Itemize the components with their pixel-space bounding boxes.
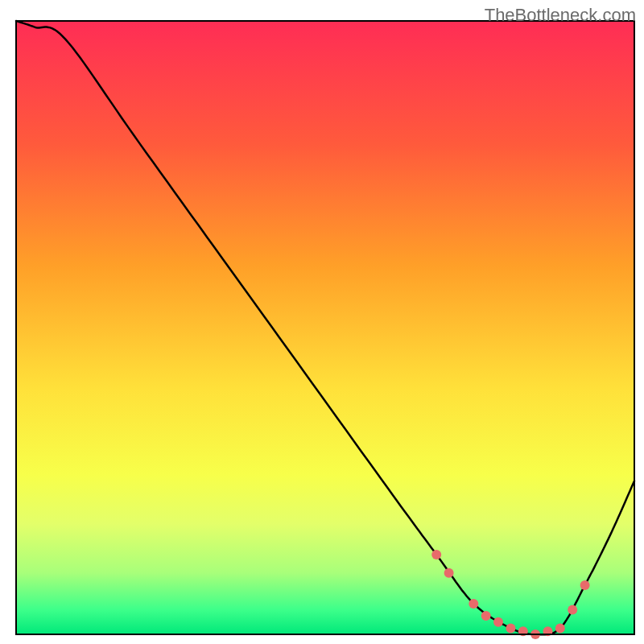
bottleneck-chart [0, 0, 644, 644]
marker-point [555, 623, 565, 633]
marker-point [444, 568, 454, 578]
marker-point [481, 611, 491, 621]
marker-point [431, 550, 441, 559]
marker-point [493, 617, 503, 627]
chart-background [16, 21, 634, 634]
marker-point [580, 580, 590, 590]
chart-container: TheBottleneck.com [0, 0, 644, 644]
marker-point [506, 623, 515, 633]
marker-point [469, 599, 478, 609]
marker-point [568, 605, 577, 615]
